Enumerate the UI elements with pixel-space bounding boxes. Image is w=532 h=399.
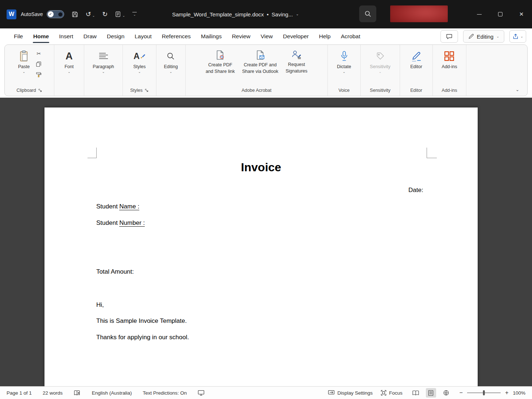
monitor-icon [198,390,205,396]
zoom-slider-thumb[interactable] [483,390,485,395]
undo-button[interactable]: ↺ ⌄ [86,11,95,17]
search-button[interactable] [359,5,376,22]
minimize-button[interactable] [469,0,490,28]
tab-home[interactable]: Home [28,28,54,44]
ribbon-group-addins: Add-ins Add-ins [433,45,466,96]
chevron-down-icon: ⌄ [133,13,136,16]
print-layout-button[interactable] [426,388,436,398]
dictate-label: Dictate [337,64,351,69]
document-title-dropdown[interactable]: Sample_Word_Template_simple.docx • Savin… [172,0,299,28]
adobe-group-label: Adobe Acrobat [186,85,327,96]
account-badge[interactable] [390,5,448,22]
language-indicator[interactable]: English (Australia) [92,390,132,396]
request-signatures-label: Request Signatures [286,62,307,74]
editor-group-label: Editor [400,85,432,96]
request-signatures-button[interactable]: Request Signatures [282,48,311,85]
maximize-button[interactable] [490,0,511,28]
ribbon-collapse-button[interactable]: ⌄ [508,83,527,96]
sensitivity-button: Sensitivity ⌄ [367,48,393,85]
web-layout-button[interactable] [441,388,451,398]
chevron-down-icon: ⌄ [496,35,499,38]
comments-button[interactable] [440,30,458,43]
clipboard-dialog-launcher-icon[interactable] [38,89,42,93]
window-controls: ✕ [469,0,532,28]
editing-button[interactable]: Editing ⌄ [161,48,180,85]
student-name-field: Name : [119,203,139,212]
status-bar: Page 1 of 1 22 words English (Australia)… [0,386,532,399]
read-mode-button[interactable] [411,388,421,398]
add-ins-icon [444,51,455,62]
tab-review[interactable]: Review [227,28,256,44]
autosave-toggle[interactable]: ✓ [47,10,64,18]
zoom-out-button[interactable]: − [459,390,463,396]
styles-group-label: Styles [123,85,156,96]
editing-mode-label: Editing [477,34,494,40]
proofing-status[interactable] [74,390,81,396]
zoom-in-button[interactable]: + [505,390,508,396]
tab-layout[interactable]: Layout [129,28,157,44]
font-button[interactable]: A Font ⌄ [62,48,77,85]
tab-developer[interactable]: Developer [278,28,314,44]
chevron-down-icon: ⌄ [296,12,299,16]
comment-icon [446,33,453,40]
zoom-controls: − + 100% [459,390,525,396]
word-count[interactable]: 22 words [43,390,63,396]
accessibility-status[interactable] [198,390,205,396]
tab-help[interactable]: Help [314,28,336,44]
ribbon-group-paragraph: Paragraph ⌄ [84,45,123,96]
tab-design[interactable]: Design [102,28,129,44]
addins-group-text: Add-ins [442,88,457,93]
share-button[interactable]: ⌄ [509,30,526,43]
zoom-slider[interactable] [467,392,501,393]
addins-label: Add-ins [442,64,457,69]
tab-view[interactable]: View [256,28,278,44]
pdf-outlook-line1: Create PDF and [244,62,276,67]
quick-command-button[interactable]: ⌄ [115,11,125,17]
redo-button[interactable]: ↻ [102,11,108,17]
tab-file[interactable]: File [9,28,28,44]
tab-mailings[interactable]: Mailings [196,28,227,44]
editor-icon [411,51,422,62]
customize-quick-access-button[interactable]: ⌄ [132,12,137,16]
paragraph-thanks: Thanks for applying in our school. [96,333,189,341]
styles-dialog-launcher-icon[interactable] [145,89,149,93]
paste-label: Paste [18,64,30,69]
share-icon [512,33,519,40]
cut-button[interactable]: ✂ [34,50,43,57]
clipboard-group-label: Clipboard [5,85,54,96]
tab-draw[interactable]: Draw [78,28,102,44]
document-page[interactable]: Invoice Date: Student Name : Student Num… [44,107,478,386]
copy-icon [36,61,42,67]
tab-acrobat[interactable]: Acrobat [336,28,365,44]
adobe-group-text: Adobe Acrobat [241,88,271,93]
addins-button[interactable]: Add-ins [439,48,460,85]
display-settings-button[interactable]: Display Settings [328,390,373,396]
editor-button[interactable]: Editor [407,48,425,85]
format-painter-button[interactable] [34,71,43,78]
editing-mode-button[interactable]: Editing ⌄ [463,30,504,43]
student-name-line: Student Name : [96,203,139,210]
student-number-line: Student Number : [96,219,145,227]
zoom-level[interactable]: 100% [513,390,525,396]
display-settings-icon [328,390,335,396]
save-button[interactable] [71,11,78,18]
styles-button[interactable]: A Styles ⌄ [130,48,148,85]
tab-references[interactable]: References [157,28,196,44]
margin-crop-mark-left [88,148,97,158]
document-canvas: Invoice Date: Student Name : Student Num… [0,98,532,386]
paste-button[interactable]: Paste ⌄ [15,48,33,85]
close-button[interactable]: ✕ [511,0,532,28]
clipboard-group-text: Clipboard [16,88,36,93]
create-pdf-outlook-button[interactable]: Create PDF and Share via Outlook [238,48,282,85]
text-predictions[interactable]: Text Predictions: On [143,390,187,396]
copy-button[interactable] [34,60,43,68]
create-pdf-share-link-button[interactable]: Create PDF and Share link [202,48,238,85]
page-indicator[interactable]: Page 1 of 1 [7,390,32,396]
ribbon-group-font: A Font ⌄ [54,45,84,96]
paragraph-sample: This is Sample Invoice Template. [96,317,187,325]
focus-button[interactable]: Focus [381,390,403,396]
dictate-button[interactable]: Dictate ⌄ [334,48,354,85]
tab-insert[interactable]: Insert [54,28,78,44]
paragraph-button[interactable]: Paragraph ⌄ [90,48,117,85]
voice-group-text: Voice [338,88,350,93]
